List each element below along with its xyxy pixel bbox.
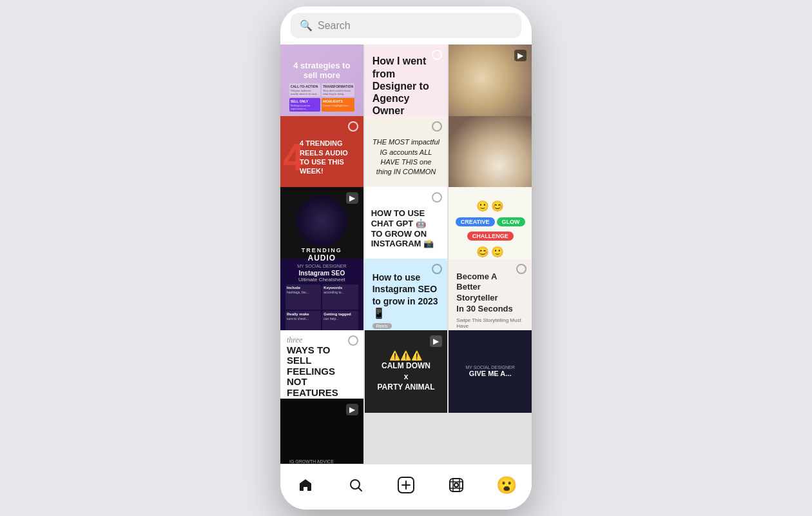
table-cell-3: SELL ONLY Nothing is just an improvement… bbox=[289, 98, 320, 112]
search-nav-icon bbox=[348, 477, 363, 493]
three-label: three bbox=[287, 335, 302, 345]
profile-emoji: 😮 bbox=[496, 475, 517, 495]
reels-tag: Reels bbox=[372, 323, 392, 329]
chatgpt-title: HOW TO USECHAT GPT 🤖TO GROW ONINSTAGRAM … bbox=[371, 208, 434, 248]
table-cell-1: CALL-TO-ACTION Tell your audience exactl… bbox=[289, 83, 320, 97]
designer-header: MY SOCIAL DESIGNER bbox=[466, 365, 515, 370]
item-checkbox[interactable] bbox=[348, 121, 358, 132]
search-bar[interactable]: 🔍 Search bbox=[291, 13, 521, 38]
instagram-seo-title: How to use Instagram SEO to grow in 2023… bbox=[372, 272, 440, 320]
search-icon: 🔍 bbox=[300, 19, 313, 32]
designer-title: How I went from Designer to Agency Owner bbox=[372, 55, 440, 117]
grid-item-my-designer[interactable]: MY SOCIAL DESIGNER GIVE ME A... bbox=[449, 330, 532, 413]
warning-emojis: ⚠️⚠️⚠️ bbox=[389, 350, 422, 361]
item-checkbox[interactable] bbox=[432, 264, 442, 274]
content-grid: 4 strategies to sell more CALL-TO-ACTION… bbox=[280, 45, 532, 464]
phone-container: 🔍 Search 4 strategies to sell more CALL-… bbox=[280, 6, 532, 510]
grid-item-trending-reels[interactable]: 4 4 TRENDING REELS AUDIO TO USE THIS WEE… bbox=[280, 116, 363, 199]
bottom-navigation: 😮 bbox=[280, 464, 532, 510]
grid-item-designer[interactable]: How I went from Designer to Agency Owner bbox=[365, 45, 448, 128]
seo-title: Instagram SEO bbox=[298, 270, 345, 277]
grid-item-impactful[interactable]: THE MOST impactful IG accounts ALL HAVE … bbox=[365, 116, 448, 199]
item-checkbox[interactable] bbox=[348, 335, 358, 346]
grid-item-chatgpt[interactable]: HOW TO USECHAT GPT 🤖TO GROW ONINSTAGRAM … bbox=[365, 187, 448, 270]
grid-item-trending-audio-dark[interactable]: ▶ TRENDING AUDIO bbox=[280, 187, 363, 270]
trending-reels-title: 4 TRENDING REELS AUDIO TO USE THIS WEEK! bbox=[300, 139, 357, 175]
grid-item-seo-cheatsheet[interactable]: MY SOCIAL DESIGNER Instagram SEO Ultimat… bbox=[280, 259, 363, 342]
three-ways-title: WAYS TO SELLFEELINGS NOTFEATURES bbox=[287, 345, 357, 399]
search-bar-container: 🔍 Search bbox=[280, 6, 532, 45]
seo-cell-1: Include hashtags, bio... bbox=[285, 284, 321, 310]
seo-subtitle: Ultimate Cheatsheet bbox=[298, 277, 345, 283]
storyteller-subtext: Swipe This Storytelling Must Have bbox=[456, 317, 524, 329]
video-indicator: ▶ bbox=[430, 335, 442, 347]
table-cell-4: HIGHLIGHTS Create a highlight box... bbox=[322, 98, 354, 112]
table-cell-2: TRANSFORMATION They don't want to know w… bbox=[322, 83, 354, 97]
audio-label: AUDIO bbox=[307, 253, 336, 263]
nav-reels[interactable] bbox=[442, 471, 470, 499]
tag-creative: CREATIVE bbox=[456, 217, 495, 226]
svg-point-6 bbox=[454, 483, 458, 487]
seo-grid: Include hashtags, bio... Keywords accord… bbox=[285, 284, 358, 337]
ig-growth-label: IG GROWTH ADVICE bbox=[289, 459, 334, 464]
nav-add[interactable] bbox=[392, 471, 420, 499]
smiley-row-top: 🙂😊 bbox=[476, 200, 504, 212]
grid-item-food-photo[interactable]: ▶ bbox=[449, 45, 532, 128]
add-icon bbox=[398, 477, 414, 493]
item-checkbox[interactable] bbox=[432, 121, 442, 132]
grid-item-chatgpt2[interactable]: ▶ IG GROWTH ADVICE 10 ChatGPT bbox=[280, 399, 363, 464]
svg-line-1 bbox=[359, 488, 362, 491]
seo-header: MY SOCIAL DESIGNER bbox=[297, 264, 346, 268]
strategies-table: CALL-TO-ACTION Tell your audience exactl… bbox=[289, 83, 354, 112]
nav-search[interactable] bbox=[342, 471, 370, 499]
coffee-photo-bg bbox=[449, 116, 532, 199]
search-placeholder: Search bbox=[318, 20, 351, 32]
storyteller-title: Become ABetter StorytellerIn 30 Seconds bbox=[456, 272, 524, 315]
impactful-title: THE MOST impactful IG accounts ALL HAVE … bbox=[372, 137, 440, 177]
video-indicator: ▶ bbox=[346, 404, 358, 415]
item-checkbox[interactable] bbox=[516, 264, 527, 274]
calm-down-title: CALM DOWNxPARTY ANIMAL bbox=[377, 361, 434, 393]
nav-profile[interactable]: 😮 bbox=[492, 471, 521, 499]
tag-glow: GLOW bbox=[497, 217, 525, 226]
strategies-title: 4 strategies to sell more bbox=[285, 61, 358, 81]
grid-item-storyteller[interactable]: Become ABetter StorytellerIn 30 Seconds … bbox=[449, 259, 532, 342]
item-checkbox[interactable] bbox=[432, 192, 442, 203]
grid-item-strategies[interactable]: 4 strategies to sell more CALL-TO-ACTION… bbox=[280, 45, 363, 128]
nav-home[interactable] bbox=[291, 471, 320, 499]
item-checkbox[interactable] bbox=[432, 50, 442, 60]
grid-item-creative[interactable]: 🙂😊 CREATIVE GLOW CHALLENGE 😊🙂 bbox=[449, 187, 532, 270]
designer-title-text: GIVE ME A... bbox=[469, 370, 512, 377]
video-indicator: ▶ bbox=[346, 192, 358, 204]
smiley-row-bottom: 😊🙂 bbox=[476, 246, 504, 258]
tag-challenge: CHALLENGE bbox=[467, 232, 514, 241]
video-indicator: ▶ bbox=[514, 50, 527, 61]
reels-icon bbox=[449, 477, 464, 493]
grid-item-coffee-photo[interactable] bbox=[449, 116, 532, 199]
seo-cell-2: Keywords according to... bbox=[322, 284, 358, 310]
grid-item-instagram-seo[interactable]: How to use Instagram SEO to grow in 2023… bbox=[365, 259, 448, 342]
svg-rect-5 bbox=[450, 479, 463, 491]
home-icon bbox=[298, 477, 313, 493]
trending-audio-label: TRENDING bbox=[302, 247, 342, 253]
grid-item-calm-down[interactable]: ▶ ⚠️⚠️⚠️ CALM DOWNxPARTY ANIMAL bbox=[365, 330, 448, 413]
